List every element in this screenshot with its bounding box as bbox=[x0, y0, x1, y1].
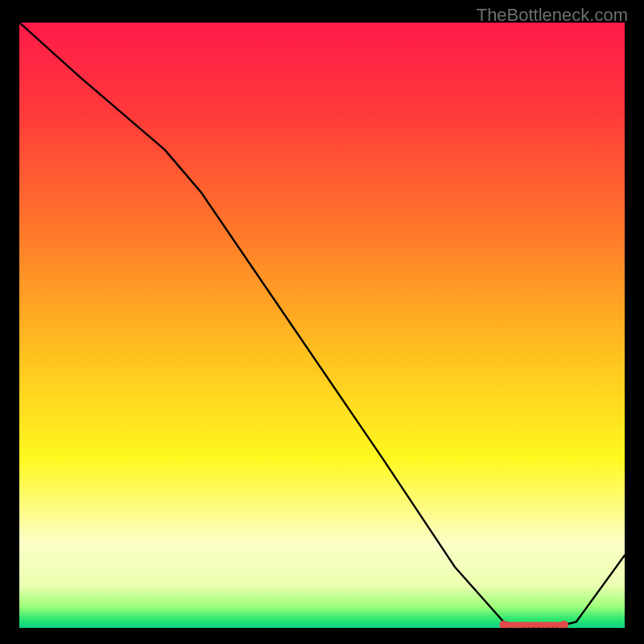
gradient-backdrop bbox=[19, 23, 625, 628]
chart-plot-area bbox=[19, 23, 625, 628]
chart-root: TheBottleneck.com bbox=[0, 0, 644, 644]
chart-svg bbox=[19, 23, 625, 628]
